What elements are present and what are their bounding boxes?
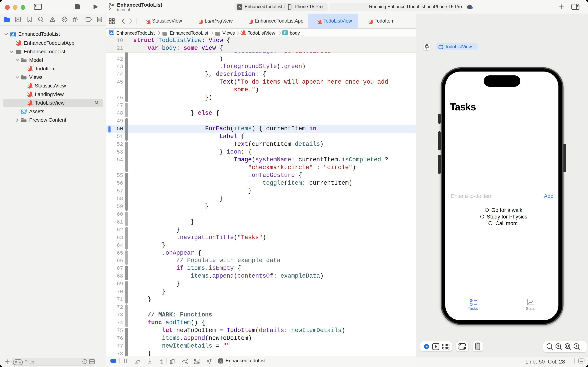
svg-text:P: P [284,31,286,35]
svg-text:1: 1 [557,344,559,348]
